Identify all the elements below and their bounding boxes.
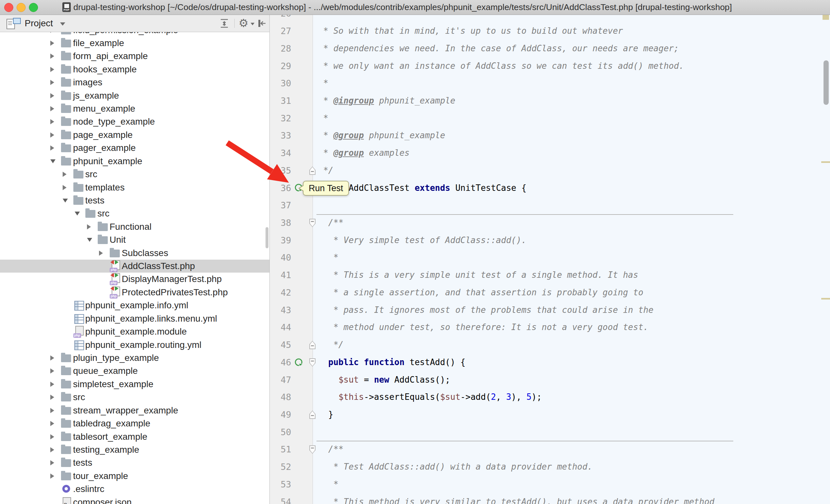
tree-row[interactable]: pager_example: [0, 141, 269, 155]
chevron-collapsed-icon[interactable]: [63, 172, 67, 177]
titlebar[interactable]: PHP drupal-testing-workshop [~/Code/os/d…: [0, 0, 830, 15]
chevron-collapsed-icon[interactable]: [50, 447, 54, 452]
code-line: * @group phpunit_example: [318, 127, 445, 144]
tree-row[interactable]: tests: [0, 194, 269, 207]
chevron-collapsed-icon[interactable]: [50, 382, 54, 387]
project-panel-title[interactable]: Project: [25, 14, 53, 32]
tree-row[interactable]: queue_example: [0, 365, 269, 377]
tree-row[interactable]: Unit: [0, 233, 269, 246]
chevron-collapsed-icon[interactable]: [50, 106, 54, 111]
tree-row[interactable]: page_example: [0, 129, 269, 141]
tree-row[interactable]: phpunit_example.info.yml: [0, 299, 269, 312]
tree-row[interactable]: phpDisplayManagerTest.php: [0, 273, 269, 285]
tree-row[interactable]: src: [0, 391, 269, 404]
tree-row[interactable]: Functional: [0, 221, 269, 233]
chevron-collapsed-icon[interactable]: [50, 40, 54, 46]
tree-row[interactable]: tests: [0, 456, 269, 469]
project-tree[interactable]: field_permission_examplefile_exampleform…: [0, 14, 269, 504]
minimize-window-icon[interactable]: [17, 3, 26, 12]
tree-row[interactable]: form_api_example: [0, 49, 269, 63]
tree-row[interactable]: phpProtectedPrivatesTest.php: [0, 286, 269, 299]
tree-scrollbar-thumb[interactable]: [265, 227, 268, 248]
fold-end-icon[interactable]: [309, 410, 316, 419]
folder-icon: [61, 103, 73, 115]
code-line: */: [318, 336, 344, 354]
folder-icon: [61, 76, 73, 89]
close-window-icon[interactable]: [4, 3, 13, 12]
chevron-collapsed-icon[interactable]: [99, 250, 103, 256]
tree-row[interactable]: simpletest_example: [0, 378, 269, 391]
tree-row[interactable]: tour_example: [0, 470, 269, 482]
chevron-collapsed-icon[interactable]: [50, 434, 54, 439]
tree-row[interactable]: tabledrag_example: [0, 417, 269, 430]
chevron-collapsed-icon[interactable]: [63, 185, 67, 190]
tree-row[interactable]: node_type_example: [0, 115, 269, 128]
fold-start-icon[interactable]: [309, 219, 316, 227]
chevron-collapsed-icon[interactable]: [50, 54, 54, 59]
chevron-expanded-icon[interactable]: [50, 159, 56, 163]
settings-gear-icon[interactable]: ⚙: [238, 16, 252, 27]
chevron-collapsed-icon[interactable]: [50, 67, 54, 72]
folder-icon: [98, 221, 109, 233]
chevron-collapsed-icon[interactable]: [50, 460, 54, 465]
tree-row[interactable]: stream_wrapper_example: [0, 404, 269, 417]
tree-row[interactable]: phpunit_example.links.menu.yml: [0, 312, 269, 325]
chevron-collapsed-icon[interactable]: [50, 421, 54, 426]
chevron-down-icon[interactable]: [60, 23, 65, 26]
tree-row[interactable]: js_example: [0, 89, 269, 102]
tree-row[interactable]: phpunit_example.routing.yml: [0, 338, 269, 351]
tree-row[interactable]: templates: [0, 181, 269, 194]
chevron-collapsed-icon[interactable]: [50, 145, 54, 150]
tree-row[interactable]: .eslintrc: [0, 482, 269, 496]
hide-panel-icon[interactable]: [256, 18, 267, 29]
fold-start-icon[interactable]: [309, 445, 316, 454]
line-number: 37: [270, 197, 291, 214]
tree-item-label: composer.json: [73, 496, 132, 504]
tree-row[interactable]: composer.json: [0, 496, 269, 504]
code-line: *: [318, 476, 339, 493]
chevron-expanded-icon[interactable]: [87, 238, 92, 242]
tree-row[interactable]: file_example: [0, 37, 269, 49]
run-test-tooltip-label: Run Test: [309, 183, 343, 193]
gear-dropdown-caret-icon[interactable]: [251, 23, 254, 25]
tree-row[interactable]: plugin_type_example: [0, 351, 269, 365]
chevron-collapsed-icon[interactable]: [50, 119, 54, 124]
tree-row[interactable]: images: [0, 76, 269, 89]
chevron-collapsed-icon[interactable]: [50, 368, 54, 373]
tree-item-label: Unit: [110, 233, 126, 246]
tree-row[interactable]: Subclasses: [0, 246, 269, 259]
tree-row[interactable]: phpunit_example: [0, 155, 269, 168]
folder-icon: [61, 63, 73, 76]
tree-row[interactable]: hooks_example: [0, 63, 269, 76]
code-line: $this->assertEquals($sut->add(2, 3), 5);: [318, 389, 542, 406]
code-editor[interactable]: 2627282930313233343536373839404142434445…: [270, 14, 830, 504]
chevron-collapsed-icon[interactable]: [50, 93, 54, 98]
chevron-collapsed-icon[interactable]: [50, 395, 54, 400]
tree-row[interactable]: src: [0, 207, 269, 220]
chevron-expanded-icon[interactable]: [75, 211, 80, 215]
tree-row[interactable]: tablesort_example: [0, 430, 269, 443]
editor-scrollbar-thumb[interactable]: [824, 60, 829, 105]
tree-row[interactable]: testing_example: [0, 443, 269, 456]
fold-start-icon[interactable]: [309, 358, 316, 367]
chevron-expanded-icon[interactable]: [63, 199, 68, 202]
tree-row[interactable]: phpphpunit_example.module: [0, 325, 269, 338]
tree-row[interactable]: phpAddClassTest.php: [0, 260, 269, 273]
folder-icon: [61, 470, 73, 482]
tree-item-label: templates: [85, 181, 125, 194]
zoom-window-icon[interactable]: [29, 3, 38, 12]
tree-row[interactable]: menu_example: [0, 102, 269, 115]
chevron-collapsed-icon[interactable]: [50, 408, 54, 413]
chevron-collapsed-icon[interactable]: [50, 132, 54, 138]
chevron-collapsed-icon[interactable]: [87, 224, 91, 230]
collapse-all-icon[interactable]: [219, 18, 229, 29]
folder-icon: [61, 404, 73, 417]
chevron-collapsed-icon[interactable]: [50, 356, 54, 361]
folder-icon: [73, 168, 85, 180]
tree-row[interactable]: src: [0, 168, 269, 181]
run-test-gutter-icon[interactable]: [294, 358, 304, 367]
fold-end-icon[interactable]: [309, 167, 316, 175]
chevron-collapsed-icon[interactable]: [50, 80, 54, 85]
chevron-collapsed-icon[interactable]: [50, 473, 54, 479]
fold-end-icon[interactable]: [309, 341, 316, 349]
